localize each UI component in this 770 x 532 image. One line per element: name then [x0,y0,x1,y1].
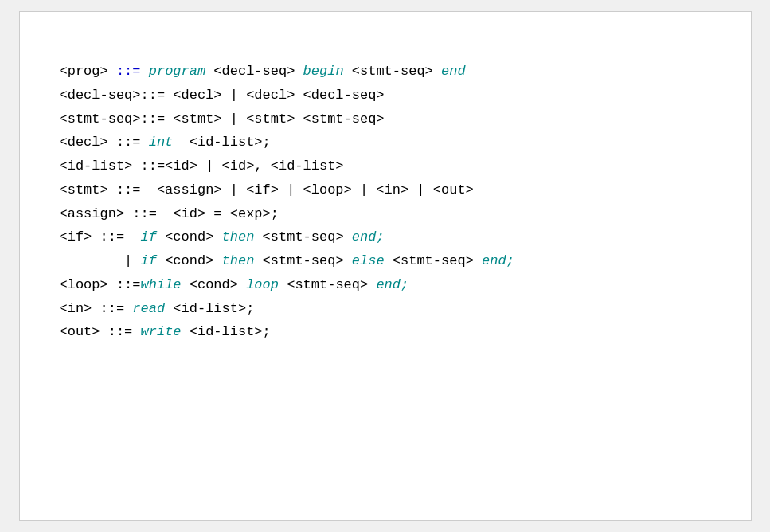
grammar-part: <if> ::= [60,229,141,244]
grammar-part: | [60,253,141,268]
grammar-part: <id-list>; [182,324,271,339]
grammar-part: <cond> [182,277,247,292]
grammar-content: <prog> ::= program <decl-seq> begin <stm… [60,60,711,344]
grammar-part: <stmt-seq> [254,229,351,244]
grammar-part: end; [352,229,385,244]
grammar-line-line12: <out> ::= write <id-list>; [60,320,711,344]
grammar-part: read [132,301,165,316]
grammar-part: <stmt-seq> [254,253,351,268]
grammar-part: <cond> [157,253,222,268]
grammar-part: <id-list>; [173,135,270,150]
grammar-line-line3: <stmt-seq>::= <stmt> | <stmt> <stmt-seq> [60,108,711,131]
grammar-part: <cond> [157,229,222,244]
grammar-part: <assign> ::= <id> = <exp>; [60,206,279,221]
grammar-part: loop [246,277,279,292]
grammar-line-line9: | if <cond> then <stmt-seq> else <stmt-s… [60,249,711,273]
grammar-part: <stmt-seq> [385,253,482,268]
grammar-part: int [149,135,174,150]
grammar-part: <stmt-seq>::= <stmt> | <stmt> <stmt-seq> [60,111,385,127]
grammar-part: write [141,324,182,339]
slide: <prog> ::= program <decl-seq> begin <stm… [19,11,752,521]
grammar-line-line8: <if> ::= if <cond> then <stmt-seq> end; [60,225,711,249]
grammar-part: <prog> [60,64,116,79]
grammar-part: <stmt-seq> [279,277,376,292]
grammar-part: <out> ::= [60,324,141,339]
grammar-part: ::= [116,64,149,79]
grammar-part: begin [303,64,344,79]
grammar-part: end; [482,253,514,268]
grammar-part: else [352,253,385,268]
grammar-part: <in> ::= [60,301,133,316]
grammar-line-line11: <in> ::= read <id-list>; [60,297,711,321]
grammar-part: <decl-seq>::= <decl> | <decl> <decl-seq> [60,88,385,103]
grammar-part: then [222,253,255,268]
grammar-part: <decl-seq> [205,64,303,79]
grammar-part: program [149,64,205,79]
grammar-line-line2: <decl-seq>::= <decl> | <decl> <decl-seq> [60,84,711,108]
grammar-part: end [441,64,466,79]
grammar-line-line4: <decl> ::= int <id-list>; [60,131,711,155]
grammar-part: <id-list> ::=<id> | <id>, <id-list> [60,158,344,174]
grammar-line-line1: <prog> ::= program <decl-seq> begin <stm… [60,60,711,84]
grammar-part: while [141,277,182,292]
grammar-line-line7: <assign> ::= <id> = <exp>; [60,202,711,226]
grammar-line-line5: <id-list> ::=<id> | <id>, <id-list> [60,155,711,178]
grammar-part: then [222,229,255,244]
grammar-line-line10: <loop> ::=while <cond> loop <stmt-seq> e… [60,273,711,297]
grammar-part: <stmt-seq> [344,64,441,79]
grammar-part: <id-list>; [165,301,254,316]
grammar-part: end; [376,277,408,292]
grammar-line-line6: <stmt> ::= <assign> | <if> | <loop> | <i… [60,178,711,202]
grammar-part: <loop> ::= [60,277,141,292]
grammar-part: <decl> ::= [60,135,149,150]
grammar-part: if [141,253,157,268]
grammar-part: <stmt> ::= <assign> | <if> | <loop> | <i… [60,182,474,198]
grammar-part: if [141,229,157,244]
